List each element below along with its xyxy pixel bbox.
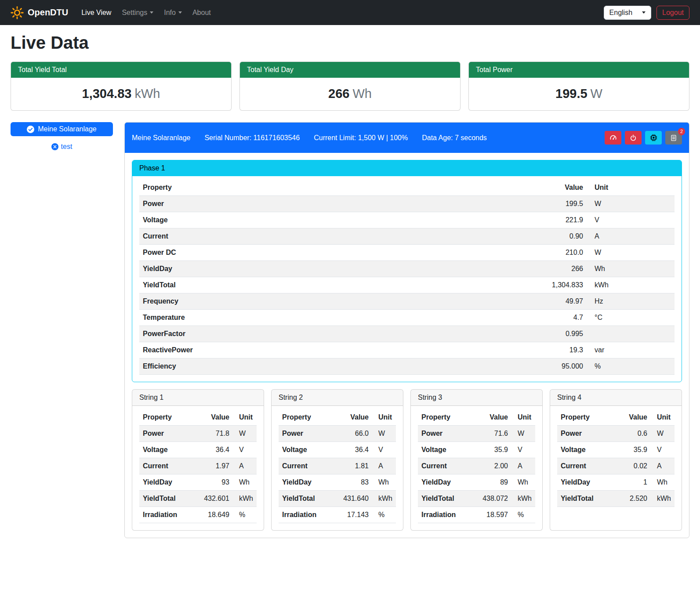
power-toggle-button[interactable] (625, 131, 642, 145)
property-cell: YieldTotal (418, 491, 470, 507)
table-row: Power 199.5 W (139, 196, 675, 212)
sidebar-item-meine-solaranlage[interactable]: Meine Solaranlage (11, 122, 113, 136)
table-row: Power 0.6 W (557, 426, 675, 442)
column-header-value: Value (614, 409, 651, 426)
total-yield-total-card: Total Yield Total 1,304.83kWh (11, 62, 232, 111)
property-cell: Voltage (279, 442, 331, 458)
string-table-body: Power 71.8 W Voltage 36.4 V (139, 426, 257, 523)
table-header-row: Property Value Unit (557, 409, 675, 426)
string-table: Property Value Unit Power (418, 409, 535, 523)
content-row: Meine Solaranlage test Meine Solaranlage… (11, 122, 689, 538)
table-row: Irradiation 18.597 % (418, 507, 535, 523)
language-select[interactable]: English (604, 6, 651, 20)
inverter-card-header: Meine Solaranlage Serial Number: 1161716… (125, 123, 689, 153)
unit-cell: W (587, 196, 675, 212)
property-cell: Temperature (139, 310, 521, 326)
unit-cell: % (587, 358, 675, 375)
logout-button[interactable]: Logout (656, 6, 689, 20)
value-cell: 438.072 (470, 491, 511, 507)
value-cell: 266 (521, 261, 587, 277)
property-cell: Voltage (557, 442, 614, 458)
column-header-value: Value (521, 180, 587, 196)
value-cell: 71.6 (470, 426, 511, 442)
table-row: YieldDay 83 Wh (279, 474, 396, 491)
sun-logo-icon (11, 6, 24, 19)
table-row: Irradiation 18.649 % (139, 507, 257, 523)
value-unit: W (591, 87, 602, 101)
unit-cell: Wh (372, 474, 396, 491)
card-value: 266Wh (240, 78, 460, 110)
unit-cell: W (587, 245, 675, 261)
property-cell: Current (557, 458, 614, 474)
speedometer-icon (609, 134, 617, 141)
value-cell: 0.995 (521, 326, 587, 342)
property-cell: Power (139, 426, 192, 442)
string-card-title: String 2 (272, 390, 403, 406)
property-cell: YieldTotal (279, 491, 331, 507)
nav-item-info[interactable]: Info (159, 5, 187, 20)
column-header-value: Value (470, 409, 511, 426)
value-cell: 210.0 (521, 245, 587, 261)
property-cell: Power (279, 426, 331, 442)
property-cell: Efficiency (139, 358, 521, 375)
property-cell: YieldDay (279, 474, 331, 491)
property-cell: Current (139, 458, 192, 474)
table-row: YieldTotal 431.640 kWh (279, 491, 396, 507)
table-row: Power 71.6 W (418, 426, 535, 442)
unit-cell: A (233, 458, 257, 474)
unit-cell: °C (587, 310, 675, 326)
unit-cell: Wh (651, 474, 675, 491)
unit-cell: Wh (233, 474, 257, 491)
unit-cell: W (651, 426, 675, 442)
phase-card: Phase 1 Property Value Unit (132, 160, 682, 382)
chevron-down-icon (642, 11, 646, 14)
property-cell: YieldDay (557, 474, 614, 491)
table-row: YieldDay 266 Wh (139, 261, 675, 277)
sidebar-item-test[interactable]: test (47, 141, 77, 152)
brand[interactable]: OpenDTU (11, 6, 68, 19)
phase-card-title: Phase 1 (132, 160, 682, 176)
unit-cell: kWh (587, 277, 675, 293)
value-cell: 2.520 (614, 491, 651, 507)
table-row: Voltage 36.4 V (139, 442, 257, 458)
event-log-button[interactable]: 2 (665, 131, 682, 145)
table-row: Current 1.81 A (279, 458, 396, 474)
inverter-actions: 2 (605, 131, 682, 145)
table-row: YieldDay 1 Wh (557, 474, 675, 491)
property-cell: Irradiation (279, 507, 331, 523)
table-row: YieldTotal 432.601 kWh (139, 491, 257, 507)
nav-item-settings[interactable]: Settings (116, 5, 159, 20)
property-cell: Power (557, 426, 614, 442)
value-cell: 95.000 (521, 358, 587, 375)
unit-cell: kWh (372, 491, 396, 507)
table-row: Frequency 49.97 Hz (139, 293, 675, 310)
value-cell: 18.649 (192, 507, 233, 523)
chevron-down-icon (150, 11, 153, 14)
sidebar-item-label: test (61, 143, 73, 151)
inverter-sidebar: Meine Solaranlage test (11, 122, 113, 152)
column-header-property: Property (557, 409, 614, 426)
language-select-value: English (609, 9, 632, 17)
unit-cell: A (651, 458, 675, 474)
unit-cell: W (511, 426, 535, 442)
unit-cell: Wh (511, 474, 535, 491)
nav-item-live-view[interactable]: Live View (76, 5, 116, 20)
property-cell: Frequency (139, 293, 521, 310)
column-header-unit: Unit (651, 409, 675, 426)
column-header-unit: Unit (587, 180, 675, 196)
value-cell: 0.90 (521, 228, 587, 245)
table-header-row: Property Value Unit (279, 409, 396, 426)
value-cell: 19.3 (521, 342, 587, 358)
table-row: Temperature 4.7 °C (139, 310, 675, 326)
table-row: Current 0.02 A (557, 458, 675, 474)
table-header-row: Property Value Unit (139, 180, 675, 196)
nav-item-about[interactable]: About (187, 5, 216, 20)
limit-settings-button[interactable] (605, 131, 621, 145)
unit-cell (587, 326, 675, 342)
property-cell: Irradiation (139, 507, 192, 523)
property-cell: Current (279, 458, 331, 474)
inverter-info-button[interactable] (645, 131, 662, 145)
string-card-body: Property Value Unit Power (272, 406, 403, 530)
cpu-icon (650, 134, 657, 141)
value-cell: 89 (470, 474, 511, 491)
